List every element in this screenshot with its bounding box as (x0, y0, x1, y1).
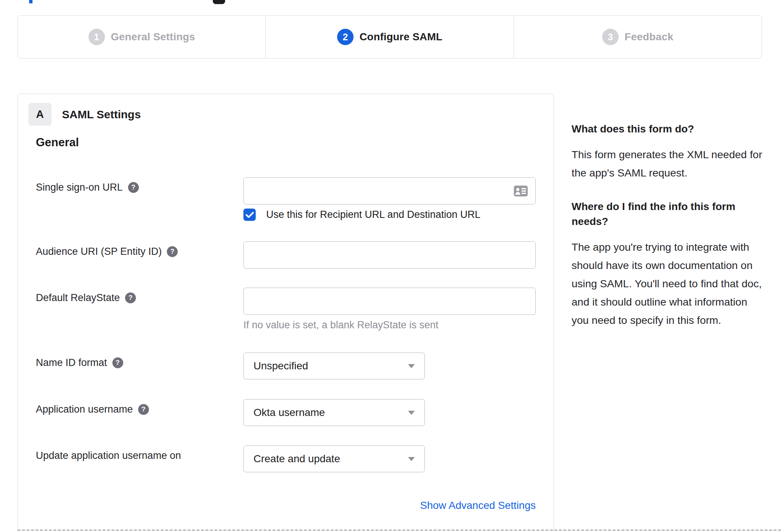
name-id-format-select[interactable]: Unspecified (243, 353, 425, 379)
caret-down-icon (408, 364, 415, 368)
checkmark-icon (246, 212, 254, 218)
relay-state-label: Default RelayState ? (36, 288, 243, 304)
relay-state-hint: If no value is set, a blank RelayState i… (243, 319, 438, 331)
help-body-1: This form generates the XML needed for t… (572, 145, 763, 182)
help-heading-2: Where do I find the info this form needs… (572, 199, 763, 229)
general-section-heading: General (36, 136, 79, 149)
sso-url-row: Single sign-on URL ? (36, 177, 536, 204)
use-this-for-recipient-url-checkbox[interactable] (243, 209, 256, 221)
step-1-label: General Settings (111, 31, 195, 43)
step-3-label: Feedback (625, 31, 673, 43)
caret-down-icon (408, 457, 415, 461)
caret-down-icon (408, 411, 415, 415)
help-heading-1: What does this form do? (572, 122, 763, 137)
cut-off-header-blue-mark (29, 0, 32, 3)
application-username-help-icon[interactable]: ? (138, 404, 149, 415)
relay-state-input[interactable] (243, 288, 536, 315)
help-sidebar: What does this form do? This form genera… (572, 122, 763, 347)
contact-card-icon[interactable] (513, 185, 528, 197)
sso-url-label: Single sign-on URL ? (36, 177, 243, 194)
relay-state-help-icon[interactable]: ? (125, 292, 136, 303)
update-username-row: Update application username on Create an… (36, 445, 425, 472)
section-divider-dashed (18, 529, 781, 531)
application-username-select[interactable]: Okta username (243, 399, 425, 426)
application-username-row: Application username ? Okta username (36, 399, 425, 426)
application-username-label: Application username ? (36, 399, 243, 416)
sso-url-input[interactable] (243, 177, 536, 204)
wizard-stepper: 1 General Settings 2 Configure SAML 3 Fe… (18, 15, 762, 59)
sso-url-help-icon[interactable]: ? (128, 182, 139, 193)
step-general-settings[interactable]: 1 General Settings (18, 16, 266, 58)
update-username-label: Update application username on (36, 445, 243, 462)
cut-off-header-logo-fragment (213, 0, 225, 4)
name-id-format-help-icon[interactable]: ? (112, 357, 123, 368)
recipient-url-checkbox-label: Use this for Recipient URL and Destinati… (266, 209, 480, 220)
name-id-format-row: Name ID format ? Unspecified (36, 353, 425, 379)
audience-uri-help-icon[interactable]: ? (167, 246, 178, 257)
step-feedback[interactable]: 3 Feedback (514, 16, 762, 58)
name-id-format-label: Name ID format ? (36, 353, 243, 369)
recipient-url-checkbox-row: Use this for Recipient URL and Destinati… (243, 209, 480, 221)
step-configure-saml[interactable]: 2 Configure SAML (266, 16, 514, 58)
step-2-number-badge: 2 (337, 29, 354, 45)
show-advanced-settings-link[interactable]: Show Advanced Settings (36, 500, 536, 511)
audience-uri-input[interactable] (243, 241, 536, 269)
panel-title: SAML Settings (62, 103, 141, 126)
step-3-number-badge: 3 (602, 29, 619, 45)
step-1-number-badge: 1 (88, 29, 105, 45)
saml-settings-panel: A SAML Settings General Single sign-on U… (18, 94, 554, 532)
audience-uri-label: Audience URI (SP Entity ID) ? (36, 241, 243, 258)
audience-uri-row: Audience URI (SP Entity ID) ? (36, 241, 536, 269)
step-2-label: Configure SAML (360, 31, 442, 43)
help-body-2: The app you're trying to integrate with … (572, 238, 763, 329)
relay-state-row: Default RelayState ? (36, 288, 536, 315)
update-username-select[interactable]: Create and update (243, 445, 425, 472)
section-a-badge: A (28, 103, 52, 126)
